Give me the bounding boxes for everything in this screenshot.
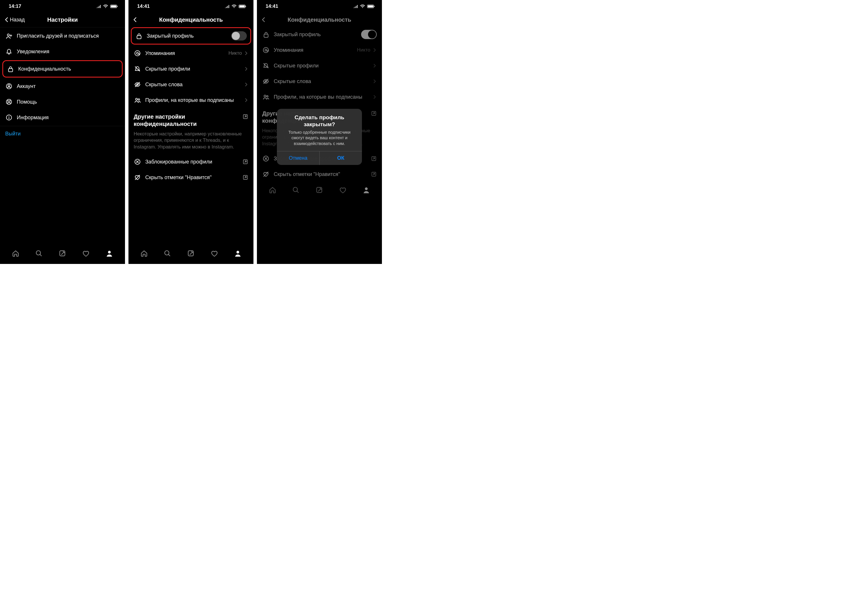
tab-bar <box>129 245 253 264</box>
back-label: Назад <box>10 17 25 23</box>
screen-settings: 14:17 Назад Настройки Пригласить друзей … <box>0 0 125 264</box>
settings-list: Пригласить друзей и подписаться Уведомле… <box>0 28 125 245</box>
wifi-icon <box>103 4 108 8</box>
tab-profile[interactable] <box>105 249 114 258</box>
bell-off-icon <box>134 66 141 72</box>
external-link-icon[interactable] <box>242 108 253 119</box>
info-icon <box>5 114 13 121</box>
confirm-dialog: Сделать профиль закрытым? Только одобрен… <box>277 109 362 165</box>
row-private-profile[interactable]: Закрытый профиль <box>132 28 250 44</box>
row-label: Информация <box>17 114 120 121</box>
external-link-icon <box>242 175 248 180</box>
logout-button[interactable]: Выйти <box>0 127 125 141</box>
add-user-icon <box>5 33 13 39</box>
chevron-left-icon <box>133 17 137 23</box>
tab-activity[interactable] <box>82 249 90 258</box>
privacy-list: Закрытый профиль Упоминания Никто Скрыты… <box>129 26 253 245</box>
users-icon <box>134 97 141 103</box>
row-privacy[interactable]: Конфиденциальность <box>3 61 122 77</box>
section-title: Другие настройки конфиденциальности <box>129 108 242 129</box>
status-time: 14:41 <box>137 3 150 9</box>
row-account[interactable]: Аккаунт <box>0 78 125 94</box>
screen-privacy-dialog: 14:41 Конфиденциальность Закрытый профил… <box>257 0 382 264</box>
row-label: Скрытые слова <box>145 81 240 88</box>
external-link-icon <box>242 159 248 165</box>
status-icons <box>225 4 246 8</box>
row-label: Скрытые профили <box>145 66 240 72</box>
back-button[interactable] <box>133 17 137 23</box>
page-title: Конфиденциальность <box>129 17 253 23</box>
tab-compose[interactable] <box>58 249 67 258</box>
row-value: Никто <box>229 50 242 56</box>
row-label: Профили, на которые вы подписаны <box>145 97 240 104</box>
tab-profile[interactable] <box>234 249 242 258</box>
x-circle-icon <box>134 159 141 165</box>
row-hidden-profiles[interactable]: Скрытые профили <box>129 61 253 77</box>
eye-off-icon <box>134 81 141 88</box>
row-mentions[interactable]: Упоминания Никто <box>129 45 253 61</box>
battery-icon <box>239 4 246 8</box>
row-hidden-words[interactable]: Скрытые слова <box>129 77 253 92</box>
chevron-right-icon <box>244 98 248 103</box>
tab-home[interactable] <box>11 249 20 258</box>
row-invite[interactable]: Пригласить друзей и подписаться <box>0 28 125 44</box>
battery-icon <box>110 4 118 8</box>
tab-search[interactable] <box>35 249 43 258</box>
signal-icon <box>96 4 101 8</box>
row-label: Помощь <box>17 99 120 105</box>
signal-icon <box>225 4 230 8</box>
help-icon <box>5 99 13 105</box>
row-hide-likes[interactable]: Скрыть отметки "Нравится" <box>129 170 253 185</box>
at-icon <box>134 50 141 56</box>
highlight-private-profile: Закрытый профиль <box>131 27 251 45</box>
chevron-left-icon <box>4 17 9 23</box>
bell-icon <box>5 48 13 55</box>
back-button[interactable]: Назад <box>4 17 25 23</box>
dialog-cancel-button[interactable]: Отмена <box>277 151 319 165</box>
row-help[interactable]: Помощь <box>0 94 125 110</box>
row-label: Закрытый профиль <box>147 33 227 39</box>
chevron-right-icon <box>244 66 248 71</box>
nav-bar: Конфиденциальность <box>129 13 253 26</box>
status-time: 14:17 <box>9 3 21 9</box>
dialog-body: Только одобренные подписчики смогут виде… <box>277 130 362 151</box>
lock-icon <box>7 66 14 72</box>
chevron-right-icon <box>244 82 248 87</box>
lock-icon <box>135 33 143 39</box>
status-bar: 14:17 <box>0 0 125 13</box>
row-label: Упоминания <box>145 50 225 57</box>
row-notifications[interactable]: Уведомления <box>0 44 125 59</box>
row-blocked[interactable]: Заблокированные профили <box>129 154 253 170</box>
tab-search[interactable] <box>163 249 172 258</box>
row-following[interactable]: Профили, на которые вы подписаны <box>129 92 253 108</box>
private-profile-toggle[interactable] <box>231 31 247 40</box>
dialog-ok-button[interactable]: ОК <box>319 151 362 165</box>
row-info[interactable]: Информация <box>0 110 125 125</box>
section-description: Некоторые настройки, например установлен… <box>129 129 253 154</box>
nav-bar: Назад Настройки <box>0 13 125 26</box>
tab-compose[interactable] <box>187 249 195 258</box>
tab-activity[interactable] <box>210 249 219 258</box>
row-label: Конфиденциальность <box>18 66 118 72</box>
row-label: Пригласить друзей и подписаться <box>17 33 120 39</box>
status-icons <box>96 4 118 8</box>
highlight-privacy: Конфиденциальность <box>2 60 123 77</box>
dialog-overlay: Сделать профиль закрытым? Только одобрен… <box>257 0 382 264</box>
row-label: Скрыть отметки "Нравится" <box>145 174 239 181</box>
screen-privacy: 14:41 Конфиденциальность Закрытый профил… <box>129 0 253 264</box>
row-label: Аккаунт <box>17 83 120 90</box>
wifi-icon <box>231 4 237 8</box>
status-bar: 14:41 <box>129 0 253 13</box>
chevron-right-icon <box>244 51 248 56</box>
user-icon <box>5 83 13 90</box>
tab-home[interactable] <box>140 249 149 258</box>
tab-bar <box>0 245 125 264</box>
row-label: Заблокированные профили <box>145 159 239 165</box>
dialog-title: Сделать профиль закрытым? <box>277 109 362 130</box>
heart-off-icon <box>134 174 141 181</box>
row-label: Уведомления <box>17 48 120 55</box>
